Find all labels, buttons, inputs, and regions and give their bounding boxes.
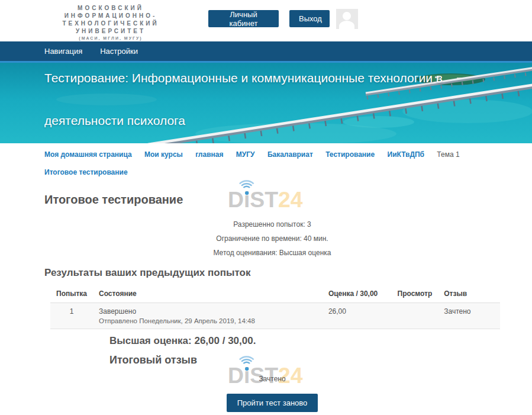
breadcrumb-item-bachelor[interactable]: Бакалавриат — [267, 150, 313, 159]
cell-feedback: Зачтено — [438, 303, 500, 329]
best-grade-text: Высшая оценка: 26,00 / 30,00. — [109, 335, 500, 347]
breadcrumb-line2: Итоговое тестирование — [44, 168, 500, 176]
breadcrumb-item-final-test[interactable]: Итоговое тестирование — [44, 168, 128, 176]
retake-button-area: Пройти тест заново — [44, 394, 500, 412]
logout-button[interactable]: Выход — [289, 10, 330, 27]
logo-line: ИНФОРМАЦИОННО-ТЕХНОЛОГИЧЕСКИЙ — [37, 12, 185, 27]
logo-line: МОСКОВСКИЙ — [37, 4, 185, 12]
cell-review — [392, 303, 439, 329]
logo-line: УНИВЕРСИТЕТ — [37, 27, 185, 35]
column-header-attempt: Попытка — [50, 286, 93, 303]
university-logo[interactable]: МОСКОВСКИЙ ИНФОРМАЦИОННО-ТЕХНОЛОГИЧЕСКИЙ… — [37, 4, 185, 42]
nav-item-settings[interactable]: Настройки — [100, 47, 138, 56]
breadcrumb-item-topic1: Тема 1 — [437, 150, 459, 159]
column-header-state: Состояние — [93, 286, 323, 303]
final-feedback-heading: Итоговый отзыв — [109, 354, 500, 366]
quiz-info-grading-method: Метод оценивания: Высшая оценка — [44, 246, 500, 260]
state-detail: Отправлено Понедельник, 29 Апрель 2019, … — [99, 317, 317, 324]
table-header-row: Попытка Состояние Оценка / 30,00 Просмот… — [50, 286, 500, 303]
results-heading: Результаты ваших предыдущих попыток — [44, 267, 500, 279]
final-feedback-value: Зачтено — [44, 375, 500, 383]
quiz-info: Разрешенно попыток: 3 Ограничение по вре… — [44, 217, 500, 260]
breadcrumb-item-main[interactable]: главная — [195, 150, 223, 159]
nav-item-navigation[interactable]: Навигация — [44, 47, 82, 56]
table-row: 1 Завершено Отправлено Понедельник, 29 А… — [50, 303, 500, 329]
navbar: Навигация Настройки — [0, 41, 532, 63]
column-header-feedback: Отзыв — [438, 286, 500, 303]
cell-state: Завершено Отправлено Понедельник, 29 Апр… — [93, 303, 323, 329]
page-title: Итоговое тестирование — [44, 193, 500, 207]
state-value: Завершено — [99, 307, 317, 316]
column-header-review: Просмотр — [392, 286, 439, 303]
main-content: DiST24 DiST24 Моя домашняя страница Мои … — [0, 150, 532, 412]
breadcrumb-item-mugu[interactable]: МУГУ — [236, 150, 255, 159]
attempts-table: Попытка Состояние Оценка / 30,00 Просмот… — [50, 286, 500, 329]
breadcrumb-item-home[interactable]: Моя домашняя страница — [44, 150, 132, 159]
personal-cabinet-button[interactable]: Личный кабинет — [208, 10, 279, 27]
cell-grade: 26,00 — [323, 303, 392, 329]
logo-line: (МАСИ, МГЛИ, МУГУ) — [37, 35, 185, 42]
top-header: МОСКОВСКИЙ ИНФОРМАЦИОННО-ТЕХНОЛОГИЧЕСКИЙ… — [0, 0, 532, 41]
retake-quiz-button[interactable]: Пройти тест заново — [227, 394, 318, 412]
course-title-line1: Тестирование: Информационные и коммуника… — [44, 71, 443, 85]
quiz-info-attempts: Разрешенно попыток: 3 — [44, 217, 500, 231]
quiz-info-timelimit: Ограничение по времени: 40 мин. — [44, 231, 500, 246]
user-avatar[interactable] — [336, 9, 358, 29]
feedback-block: Высшая оценка: 26,00 / 30,00. Итоговый о… — [109, 335, 500, 366]
cell-attempt-number: 1 — [50, 303, 93, 329]
column-header-grade: Оценка / 30,00 — [323, 286, 392, 303]
breadcrumb-item-course[interactable]: ИиКТвДПб — [388, 150, 424, 159]
breadcrumb-item-testing[interactable]: Тестирование — [325, 150, 375, 159]
course-title-line2: деятельности психолога — [44, 114, 185, 128]
course-banner: Тестирование: Информационные и коммуника… — [0, 63, 532, 143]
breadcrumb-item-my-courses[interactable]: Мои курсы — [144, 150, 183, 159]
breadcrumb: Моя домашняя страница Мои курсы главная … — [44, 150, 500, 159]
